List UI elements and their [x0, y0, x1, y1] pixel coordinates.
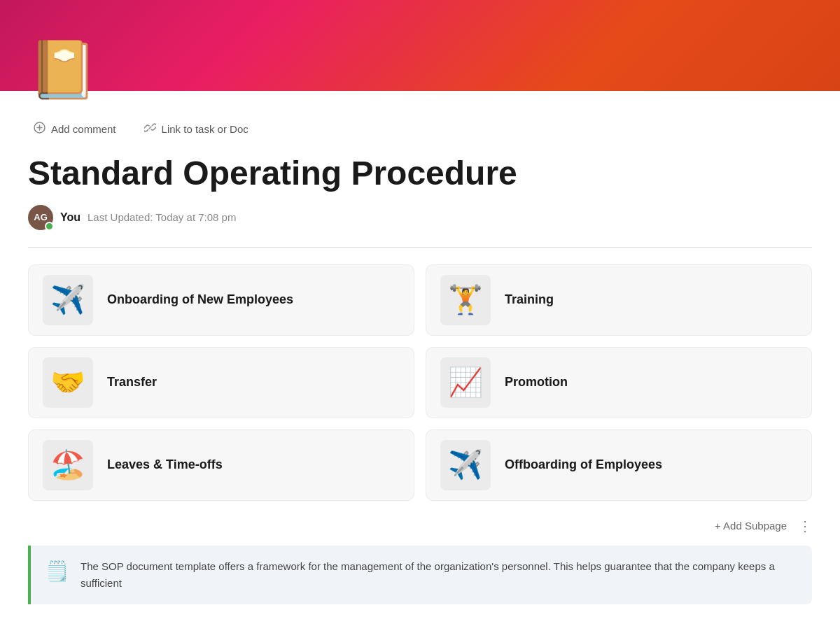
section-divider	[28, 247, 812, 248]
avatar-online-badge	[45, 222, 54, 231]
subpage-card-transfer[interactable]: 🤝 Transfer	[28, 347, 414, 418]
subpage-icon-promotion: 📈	[440, 357, 491, 408]
toolbar: Add comment Link to task or Doc	[0, 102, 840, 148]
doc-title: Standard Operating Procedure	[0, 148, 840, 205]
subpage-icon-onboarding: ✈️	[43, 275, 93, 325]
subpage-label-leaves: Leaves & Time-offs	[107, 457, 223, 472]
link-icon	[144, 122, 156, 136]
comment-icon	[34, 122, 46, 136]
subpage-card-onboarding[interactable]: ✈️ Onboarding of New Employees	[28, 264, 414, 336]
add-comment-label: Add comment	[51, 123, 116, 135]
info-box-text: The SOP document template offers a frame…	[80, 558, 798, 592]
subpage-card-promotion[interactable]: 📈 Promotion	[426, 347, 812, 418]
link-label: Link to task or Doc	[162, 123, 248, 135]
subpage-label-onboarding: Onboarding of New Employees	[107, 292, 293, 307]
subpage-label-training: Training	[505, 292, 554, 307]
subpage-icon-transfer: 🤝	[43, 357, 93, 408]
avatar-initials: AG	[34, 212, 48, 222]
subpage-label-offboarding: Offboarding of Employees	[505, 457, 662, 472]
info-box: 🗒️ The SOP document template offers a fr…	[28, 546, 812, 604]
subpage-icon-training: 🏋️	[440, 275, 491, 325]
subpage-icon-leaves: 🏖️	[43, 440, 93, 490]
subpage-grid: ✈️ Onboarding of New Employees 🏋️ Traini…	[0, 264, 840, 501]
subpage-label-transfer: Transfer	[107, 375, 157, 390]
add-subpage-row: + Add Subpage ⋮	[0, 512, 840, 546]
subpage-icon-offboarding: ✈️	[440, 440, 491, 490]
notebook-icon: 📔	[28, 42, 98, 98]
author-name: You	[60, 211, 80, 224]
add-comment-button[interactable]: Add comment	[28, 119, 122, 139]
last-updated-label: Last Updated: Today at 7:08 pm	[88, 211, 236, 223]
header-banner: 📔	[0, 0, 840, 91]
subpage-card-leaves[interactable]: 🏖️ Leaves & Time-offs	[28, 429, 414, 501]
subpage-card-offboarding[interactable]: ✈️ Offboarding of Employees	[426, 429, 812, 501]
subpage-card-training[interactable]: 🏋️ Training	[426, 264, 812, 336]
add-subpage-label: + Add Subpage	[715, 520, 787, 532]
avatar: AG	[28, 205, 53, 230]
subpage-label-promotion: Promotion	[505, 375, 568, 390]
info-box-icon: 🗒️	[45, 560, 69, 583]
link-to-task-button[interactable]: Link to task or Doc	[139, 119, 254, 139]
more-options-button[interactable]: ⋮	[798, 518, 812, 534]
add-subpage-button[interactable]: + Add Subpage	[715, 520, 787, 532]
author-row: AG You Last Updated: Today at 7:08 pm	[0, 205, 840, 247]
